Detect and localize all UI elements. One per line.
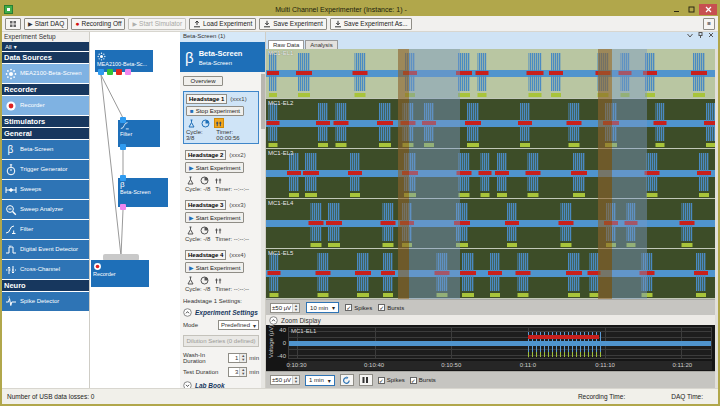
recording-toggle-button[interactable]: ●Recording Off <box>71 18 125 30</box>
channel-row[interactable]: MC1-EL3 <box>266 149 715 199</box>
sidebar-item-digital-event-detector[interactable]: Digital Event Detector <box>2 240 89 259</box>
dilution-series-button[interactable]: Dilution Series (0 defined) <box>183 335 259 347</box>
sidebar-item-sweep-analyzer[interactable]: Sweep Analyzer <box>2 200 89 219</box>
pause-button[interactable] <box>359 374 373 386</box>
minimize-button[interactable] <box>669 4 684 15</box>
save-experiment-button[interactable]: Save Experiment <box>259 18 327 30</box>
pulse-icon <box>4 243 17 256</box>
maximize-button[interactable] <box>684 4 699 15</box>
panel-tab-beta-screen[interactable]: Beta-Screen (1) <box>180 32 265 42</box>
dock-pin-icon[interactable] <box>698 32 703 39</box>
port-filter-out[interactable] <box>120 144 126 150</box>
scrollbar-thumb[interactable] <box>261 74 265 129</box>
channel-row[interactable]: MC1-EL4 <box>266 199 715 249</box>
zoom-channel-label: MC1-EL1 <box>291 328 316 334</box>
node-filter[interactable]: Filter <box>118 120 160 147</box>
sidebar-item-cross-channel[interactable]: Cross-Channel <box>2 260 89 279</box>
raw-data-channels: MC1-EL1MC1-EL2MC1-EL3MC1-EL4MC1-EL5 <box>266 49 715 299</box>
voltage-scale-stepper[interactable]: ±50 μV▲▼ <box>270 303 300 313</box>
zoom-voltage-scale-stepper[interactable]: ±50 μV▲▼ <box>270 375 300 385</box>
x-tick-label: 0:11:20 <box>673 362 693 368</box>
spin-down-icon[interactable]: ▼ <box>240 372 246 376</box>
panel-scrollbar[interactable] <box>261 72 265 388</box>
wash-in-duration-row: Wash-In Duration 1▲▼ min <box>183 352 259 364</box>
start-experiment-button[interactable]: ▶Start Experiment <box>185 162 244 173</box>
chevron-down-icon: ▾ <box>328 377 331 384</box>
test-duration-stepper[interactable]: 3▲▼ <box>228 367 247 377</box>
event-marker <box>303 171 319 175</box>
port-header-data[interactable] <box>125 69 131 75</box>
close-button[interactable] <box>699 4 717 15</box>
pipeline-canvas[interactable]: MEA2100-Beta-Sc... Filter β Beta-Screen … <box>91 32 180 388</box>
tab-raw-data[interactable]: Raw Data <box>268 40 304 49</box>
sidebar-item-spike-detector[interactable]: Spike Detector <box>2 292 89 311</box>
sidebar-item-mea2100-beta-screen[interactable]: MEA2100-Beta-Screen <box>2 64 89 83</box>
spin-down-icon[interactable]: ▼ <box>293 380 299 384</box>
menu-button[interactable]: ≡ <box>703 18 715 30</box>
sidebar-item-beta-screen[interactable]: β Beta-Screen <box>2 140 89 159</box>
start-experiment-button[interactable]: ▶Start Experiment <box>185 212 244 223</box>
lab-book-header[interactable]: Lab Book <box>183 381 259 388</box>
burst-marker <box>382 243 393 247</box>
sidebar-item-trigger-generator[interactable]: Trigger Generator <box>2 160 89 179</box>
headstage-2-card[interactable]: Headstage 2 (xxx2) ▶Start Experiment Cyc… <box>183 148 259 194</box>
zoom-display-header[interactable]: Zoom Display <box>266 315 715 325</box>
start-daq-button[interactable]: ▶Start DAQ <box>24 18 68 30</box>
overview-button[interactable]: Overview <box>183 76 223 86</box>
node-recorder[interactable]: Recorder <box>91 260 149 287</box>
stop-experiment-button[interactable]: ■Stop Experiment <box>186 106 244 116</box>
port-aux-data[interactable] <box>107 69 113 75</box>
tab-analysis[interactable]: Analysis <box>305 40 337 49</box>
burst-marker <box>561 243 572 247</box>
load-experiment-button[interactable]: Load Experiment <box>189 18 256 30</box>
port-beta-in[interactable] <box>120 175 126 181</box>
spin-down-icon[interactable]: ▼ <box>240 358 246 362</box>
headstage-2-button[interactable]: Headstage 2 <box>185 150 226 160</box>
wash-in-duration-stepper[interactable]: 1▲▼ <box>228 353 247 363</box>
sidebar-filter-dropdown[interactable]: All▾ <box>2 42 89 51</box>
experiment-settings-header[interactable]: Experiment Settings <box>183 308 259 317</box>
node-beta-screen[interactable]: β Beta-Screen <box>118 178 168 207</box>
headstage-3-button[interactable]: Headstage 3 <box>185 200 226 210</box>
sidebar-item-filter[interactable]: Filter <box>2 220 89 239</box>
burst-marker <box>573 193 585 197</box>
headstage-3-card[interactable]: Headstage 3 (xxx3) ▶Start Experiment Cyc… <box>183 198 259 244</box>
instance-button[interactable] <box>5 18 21 30</box>
channel-row[interactable]: MC1-EL2 <box>266 99 715 149</box>
beta-screen-body: Overview Headstage 1 (xxx1) ■Stop Experi… <box>180 72 261 388</box>
data-panel-scrollbar[interactable] <box>715 49 718 388</box>
timer-status: Timer: --:--:-- <box>215 236 249 242</box>
mode-row: Mode Predefined▾ <box>183 320 259 330</box>
start-simulator-button[interactable]: ▶Start Simulator <box>128 18 186 30</box>
zoom-time-window-select[interactable]: 1 min▾ <box>305 375 335 386</box>
port-beta-out[interactable] <box>120 204 126 210</box>
headstage-1-button[interactable]: Headstage 1 <box>186 94 227 104</box>
channel-row[interactable]: MC1-EL1 <box>266 49 715 99</box>
sidebar-item-recorder[interactable]: Recorder <box>2 96 89 115</box>
follow-button[interactable] <box>340 374 354 386</box>
dock-close-icon[interactable] <box>708 32 714 39</box>
spikes-checkbox[interactable]: ✓Spikes <box>345 304 372 311</box>
channel-label: MC1-EL5 <box>268 250 293 256</box>
headstage-4-button[interactable]: Headstage 4 <box>185 250 226 260</box>
port-filter-in[interactable] <box>120 117 126 123</box>
headstage-1-card[interactable]: Headstage 1 (xxx1) ■Stop Experiment Cycl… <box>183 91 259 144</box>
event-marker <box>381 271 395 275</box>
port-electrode-data[interactable] <box>98 69 104 75</box>
bursts-checkbox[interactable]: ✓Bursts <box>378 304 404 311</box>
mode-select[interactable]: Predefined▾ <box>218 320 259 330</box>
spin-down-icon[interactable]: ▼ <box>293 308 299 312</box>
channel-row[interactable]: MC1-EL5 <box>266 249 715 299</box>
test-unit: min <box>249 369 259 375</box>
zoom-grid <box>288 327 712 359</box>
dock-chevron-down-icon[interactable] <box>687 32 693 39</box>
start-experiment-button[interactable]: ▶Start Experiment <box>185 262 244 273</box>
save-experiment-as-button[interactable]: Save Experiment As... <box>330 18 412 30</box>
port-digital-data[interactable] <box>116 69 122 75</box>
zoom-spikes-checkbox[interactable]: ✓Spikes <box>378 377 405 384</box>
sidebar-item-sweeps[interactable]: Sweeps <box>2 180 89 199</box>
flask-icon <box>186 118 196 128</box>
headstage-4-card[interactable]: Headstage 4 (xxx4) ▶Start Experiment Cyc… <box>183 248 259 294</box>
time-window-select[interactable]: 10 min▾ <box>306 302 339 313</box>
zoom-bursts-checkbox[interactable]: ✓Bursts <box>410 377 436 384</box>
